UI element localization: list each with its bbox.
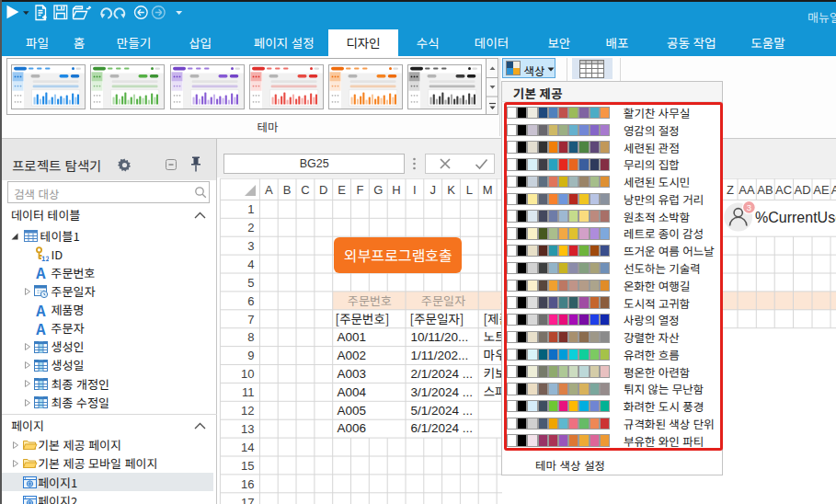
svg-text:A: A: [35, 265, 46, 281]
svg-text:A005: A005: [338, 404, 367, 418]
svg-text:AF: AF: [831, 183, 836, 197]
svg-text:3: 3: [747, 202, 751, 212]
svg-text:[제품명]: [제품명]: [484, 309, 503, 327]
svg-text:[주문번호]: [주문번호]: [336, 309, 390, 327]
svg-text:6: 6: [247, 294, 254, 308]
svg-text:4: 4: [247, 258, 254, 271]
svg-text:%CurrentUse: %CurrentUse: [755, 210, 836, 225]
svg-text:F: F: [356, 183, 363, 197]
svg-text:12: 12: [41, 253, 49, 262]
svg-text:5/1/2024 ...: 5/1/2024 ...: [411, 404, 474, 418]
svg-text:1/11/202...: 1/11/202...: [411, 349, 469, 362]
svg-text:A: A: [35, 321, 46, 337]
svg-text:A002: A002: [338, 349, 367, 362]
svg-text:J: J: [429, 183, 436, 197]
svg-text:7: 7: [247, 313, 254, 326]
svg-text:M: M: [483, 183, 493, 197]
svg-text:A: A: [35, 303, 46, 318]
svg-text:2/1/2024 ...: 2/1/2024 ...: [411, 367, 474, 381]
svg-text:9: 9: [247, 349, 254, 362]
svg-text:B: B: [283, 183, 292, 197]
svg-text:Z: Z: [727, 183, 734, 197]
svg-text:A006: A006: [338, 421, 367, 435]
svg-text:6/1/2024 ...: 6/1/2024 ...: [411, 421, 474, 435]
svg-text:15: 15: [241, 459, 254, 473]
svg-text:8: 8: [247, 330, 254, 344]
svg-text:AA: AA: [739, 183, 755, 197]
svg-text:14: 14: [241, 441, 254, 454]
svg-text:C: C: [301, 183, 309, 197]
svg-text:AC: AC: [775, 183, 792, 197]
svg-text:5: 5: [247, 276, 254, 290]
svg-text:[주문일자]: [주문일자]: [410, 309, 464, 327]
svg-text:2: 2: [247, 221, 254, 235]
svg-text:AD: AD: [794, 183, 810, 197]
svg-text:1: 1: [247, 202, 254, 216]
svg-text:AE: AE: [813, 183, 830, 197]
svg-text:AB: AB: [757, 183, 773, 197]
svg-text:주문번호: 주문번호: [348, 292, 392, 309]
svg-text:마우스: 마우스: [484, 345, 503, 363]
svg-text:키보드: 키보드: [484, 363, 503, 382]
svg-text:스피커: 스피커: [484, 382, 503, 400]
svg-text:3/1/2024 ...: 3/1/2024 ...: [411, 385, 474, 399]
svg-text:K: K: [447, 183, 455, 197]
svg-text:D: D: [319, 183, 327, 197]
svg-text:A004: A004: [338, 385, 367, 399]
svg-text:노트북: 노트북: [484, 326, 503, 345]
svg-text:L: L: [466, 183, 473, 197]
svg-text:10/11/20...: 10/11/20...: [411, 330, 469, 344]
svg-text:17: 17: [241, 496, 254, 504]
svg-text:I: I: [413, 183, 417, 197]
svg-text:H: H: [392, 183, 400, 197]
svg-text:A: A: [265, 183, 273, 197]
svg-text:주문일자: 주문일자: [421, 292, 465, 309]
svg-text:A003: A003: [338, 367, 367, 381]
svg-text:E: E: [338, 183, 346, 197]
svg-text:3: 3: [247, 239, 254, 253]
svg-text:10: 10: [241, 367, 254, 381]
svg-text:13: 13: [241, 422, 254, 436]
svg-text:A001: A001: [338, 330, 367, 344]
svg-text:G: G: [373, 183, 383, 197]
svg-text:12: 12: [241, 404, 254, 418]
svg-text:16: 16: [241, 477, 254, 491]
svg-text:11: 11: [242, 385, 255, 399]
